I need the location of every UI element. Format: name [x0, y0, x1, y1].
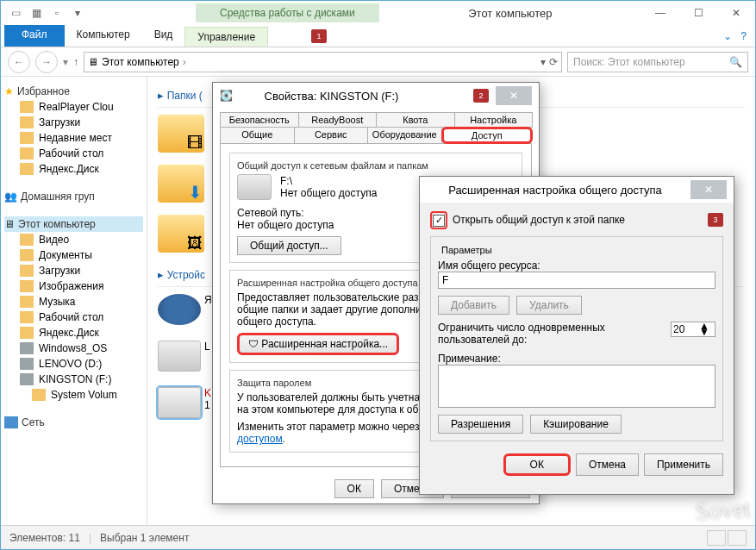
- properties-tabs: Безопасность ReadyBoost Квота Настройка …: [213, 109, 539, 143]
- note-label: Примечание:: [438, 353, 715, 365]
- drive-icon: [20, 373, 34, 385]
- drive-icon: 💽: [220, 90, 233, 102]
- nav-up-button[interactable]: ↑: [73, 56, 78, 68]
- nav-favorites-header[interactable]: ★Избранное: [4, 84, 143, 99]
- folder-pictures[interactable]: [158, 215, 204, 253]
- folder-icon: [20, 163, 34, 175]
- share-name-input[interactable]: [438, 272, 715, 289]
- nav-forward-button[interactable]: →: [35, 51, 58, 73]
- nav-item[interactable]: LENOVO (D:): [4, 356, 143, 372]
- properties-close-button[interactable]: ✕: [496, 86, 532, 105]
- tab-hardware[interactable]: Оборудование: [367, 127, 442, 144]
- note-textarea[interactable]: [438, 365, 715, 408]
- maximize-button[interactable]: ☐: [679, 3, 717, 23]
- nav-homegroup-header[interactable]: 👥Домашняя груп: [4, 189, 143, 204]
- advshare-cancel-button[interactable]: Отмена: [576, 453, 639, 476]
- nav-item[interactable]: Загрузки: [4, 263, 143, 278]
- minimize-button[interactable]: —: [641, 3, 679, 23]
- remove-share-button[interactable]: Удалить: [516, 296, 582, 315]
- nav-item[interactable]: KINGSTON (F:): [4, 372, 143, 387]
- star-icon: ★: [4, 85, 14, 97]
- ribbon-expand-icon[interactable]: ⌄: [723, 30, 732, 42]
- nav-item[interactable]: Windows8_OS: [4, 341, 143, 356]
- tab-view[interactable]: Вид: [142, 25, 185, 47]
- folder-icon: [20, 296, 34, 308]
- nav-item[interactable]: Яндекс.Диск: [4, 161, 143, 177]
- nav-item[interactable]: Яндекс.Диск: [4, 325, 143, 341]
- share-button[interactable]: Общий доступ...: [237, 236, 341, 255]
- status-item-count: Элементов: 11: [9, 532, 80, 544]
- share-folder-label: Открыть общий доступ к этой папке: [453, 214, 625, 226]
- share-name-label: Имя общего ресурса:: [438, 259, 715, 272]
- folder-icon: [32, 389, 46, 401]
- advshare-apply-button[interactable]: Применить: [644, 453, 723, 476]
- tab-sharing[interactable]: Доступ: [441, 127, 534, 144]
- props-ok-button[interactable]: ОК: [334, 479, 374, 498]
- search-box[interactable]: Поиск: Этот компьютер 🔍: [567, 52, 748, 72]
- refresh-icon[interactable]: ⟳: [549, 56, 558, 68]
- cloud-icon: [158, 294, 201, 325]
- nav-item[interactable]: Изображения: [4, 278, 143, 294]
- nav-item[interactable]: Недавние мест: [4, 130, 143, 146]
- nav-network-header[interactable]: Сеть: [4, 415, 143, 430]
- nav-recent-icon[interactable]: ▾: [63, 56, 68, 68]
- folder-icon: [20, 327, 34, 339]
- qat-properties-icon[interactable]: ▦: [27, 3, 46, 22]
- advanced-sharing-button[interactable]: 🛡 Расширенная настройка...: [237, 333, 399, 355]
- help-icon[interactable]: ?: [740, 30, 747, 42]
- params-legend: Параметры: [438, 245, 496, 255]
- close-button[interactable]: ✕: [717, 3, 755, 23]
- advshare-ok-button[interactable]: ОК: [503, 453, 571, 476]
- folder-icon: [20, 234, 34, 246]
- title-bar: ▭ ▦ ▫ ▾ Средства работы с дисками Этот к…: [1, 1, 755, 25]
- permissions-button[interactable]: Разрешения: [438, 415, 523, 434]
- advshare-titlebar[interactable]: Расширенная настройка общего доступа ✕: [420, 177, 734, 203]
- folder-downloads[interactable]: [158, 165, 204, 203]
- nav-thispc-header[interactable]: 🖥Этот компьютер: [4, 216, 143, 232]
- tab-tools[interactable]: Сервис: [294, 127, 369, 144]
- folder-icon: [20, 101, 34, 113]
- nav-item[interactable]: Загрузки: [4, 115, 143, 130]
- tab-manage[interactable]: Управление: [184, 27, 268, 47]
- nav-item[interactable]: RealPlayer Clou: [4, 99, 143, 115]
- share-folder-checkbox[interactable]: ✓: [433, 215, 445, 227]
- tab-file[interactable]: Файл: [4, 25, 65, 47]
- drive-icon: [158, 341, 201, 372]
- tab-quota[interactable]: Квота: [376, 112, 455, 128]
- folder-icon: [20, 311, 34, 323]
- user-limit-spinner[interactable]: ▲▼: [671, 322, 715, 337]
- spin-down-icon[interactable]: ▼: [699, 329, 709, 335]
- advshare-close-button[interactable]: ✕: [690, 180, 727, 199]
- properties-titlebar[interactable]: 💽 Свойства: KINGSTON (F:) 2 ✕: [213, 83, 539, 109]
- view-details-button[interactable]: [707, 530, 726, 546]
- folder-videos[interactable]: [158, 115, 204, 153]
- caching-button[interactable]: Кэширование: [530, 415, 622, 434]
- nav-back-button[interactable]: ←: [8, 51, 30, 73]
- tab-readyboost[interactable]: ReadyBoost: [298, 112, 378, 128]
- nav-pane[interactable]: ★Избранное RealPlayer Clou Загрузки Неда…: [1, 77, 147, 525]
- nav-item[interactable]: Документы: [4, 247, 143, 263]
- status-bar: Элементов: 11 | Выбран 1 элемент: [1, 525, 755, 549]
- nav-item[interactable]: Видео: [4, 232, 143, 247]
- nav-item[interactable]: Музыка: [4, 294, 143, 309]
- view-tiles-button[interactable]: [728, 530, 747, 546]
- folder-icon: [20, 147, 34, 159]
- context-tab-disk-tools[interactable]: Средства работы с дисками: [196, 3, 379, 22]
- breadcrumb[interactable]: Этот компьютер: [102, 56, 186, 68]
- nav-item[interactable]: System Volum: [4, 387, 143, 403]
- add-share-button[interactable]: Добавить: [438, 296, 509, 315]
- tab-computer[interactable]: Компьютер: [65, 25, 142, 47]
- addr-dropdown-icon[interactable]: ▾: [540, 56, 546, 68]
- qat-dropdown-icon[interactable]: ▾: [68, 3, 87, 22]
- qat-new-folder-icon[interactable]: ▫: [47, 3, 66, 22]
- annotation-marker-1: 1: [311, 29, 327, 43]
- tab-security[interactable]: Безопасность: [220, 112, 299, 128]
- tab-customize[interactable]: Настройка: [454, 112, 534, 128]
- nav-item[interactable]: Рабочий стол: [4, 309, 143, 325]
- tab-general[interactable]: Общие: [220, 127, 295, 144]
- address-bar[interactable]: 🖥 Этот компьютер ▾ ⟳: [84, 52, 562, 72]
- user-limit-input[interactable]: [673, 323, 699, 335]
- pc-icon: 🖥: [4, 218, 15, 230]
- nav-item[interactable]: Рабочий стол: [4, 146, 143, 161]
- share-status: Нет общего доступа: [280, 187, 377, 199]
